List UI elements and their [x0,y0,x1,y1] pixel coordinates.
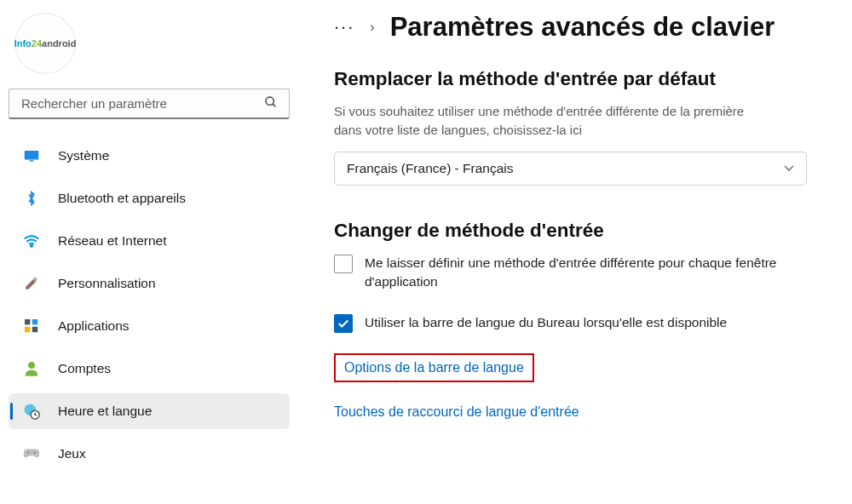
input-method-select[interactable]: Français (France) - Français [334,152,807,186]
svg-point-10 [28,362,35,369]
sidebar: Info24android Système Bluetooth et appar… [0,0,298,504]
svg-rect-9 [32,327,37,332]
svg-rect-7 [32,319,37,324]
sidebar-item-bluetooth[interactable]: Bluetooth et appareils [9,180,290,216]
apps-icon [22,319,41,333]
page-title: Paramètres avancés de clavier [390,12,775,43]
bluetooth-icon [22,191,41,206]
more-icon[interactable]: ··· [334,18,354,37]
sidebar-item-network[interactable]: Réseau et Internet [9,223,290,259]
svg-rect-8 [25,327,30,332]
search-input[interactable] [9,89,290,119]
globe-clock-icon [22,403,41,420]
section-switch-input-method: Changer de méthode d'entrée Me laisser d… [334,220,826,421]
option-language-bar: Utiliser la barre de langue du Bureau lo… [334,313,811,333]
sidebar-label-bluetooth: Bluetooth et appareils [58,191,186,206]
system-icon [22,150,41,162]
section-description: Si vous souhaitez utiliser une méthode d… [334,102,751,140]
svg-rect-2 [25,151,39,160]
link-input-language-hotkeys[interactable]: Touches de raccourci de langue d'entrée [334,404,579,420]
sidebar-label-personalization: Personnalisation [58,276,156,291]
sidebar-item-system[interactable]: Système [9,138,290,174]
sidebar-label-time: Heure et langue [58,404,152,419]
link-language-bar-options[interactable]: Options de la barre de langue [334,353,534,382]
main-content: ··· › Paramètres avancés de clavier Remp… [298,0,852,504]
sidebar-item-accounts[interactable]: Comptes [9,351,290,387]
breadcrumb-chevron-icon: › [370,20,374,35]
checkbox-language-bar[interactable] [334,314,353,333]
gamepad-icon [22,448,41,460]
search-icon [264,95,278,112]
svg-rect-3 [30,160,34,162]
section-heading-switch-input: Changer de méthode d'entrée [334,220,826,242]
account-avatar[interactable]: Info24android [15,14,75,73]
svg-rect-6 [25,319,30,324]
checkbox-label-per-window: Me laisser définir une méthode d'entrée … [365,254,811,292]
sidebar-item-time-language[interactable]: Heure et langue [9,393,290,429]
svg-line-1 [273,104,275,106]
avatar-logo: Info24android [14,38,77,49]
page-header: ··· › Paramètres avancés de clavier [334,12,826,43]
sidebar-item-gaming[interactable]: Jeux [9,436,290,472]
settings-search [9,89,290,119]
option-per-window: Me laisser définir une méthode d'entrée … [334,254,811,292]
sidebar-label-gaming: Jeux [58,446,86,461]
account-avatar-area: Info24android [9,9,290,89]
person-icon [22,361,41,376]
svg-point-14 [34,452,36,454]
sidebar-label-system: Système [58,148,109,163]
checkbox-per-window[interactable] [334,255,353,273]
svg-point-4 [31,245,32,247]
select-value: Français (France) - Français [347,161,514,176]
sidebar-item-personalization[interactable]: Personnalisation [9,266,290,301]
paintbrush-icon [22,276,41,291]
sidebar-label-apps: Applications [58,318,130,334]
chevron-down-icon [784,162,794,175]
wifi-icon [22,234,41,248]
svg-point-13 [27,452,29,454]
sidebar-nav: Système Bluetooth et appareils Réseau et… [9,138,290,478]
section-heading-default-input: Remplacer la méthode d'entrée par défaut [334,68,826,90]
section-default-input-method: Remplacer la méthode d'entrée par défaut… [334,68,826,186]
checkbox-label-language-bar: Utiliser la barre de langue du Bureau lo… [365,313,727,332]
sidebar-label-accounts: Comptes [58,361,111,376]
svg-point-0 [266,97,273,105]
sidebar-label-network: Réseau et Internet [58,233,167,249]
sidebar-item-apps[interactable]: Applications [9,308,290,344]
